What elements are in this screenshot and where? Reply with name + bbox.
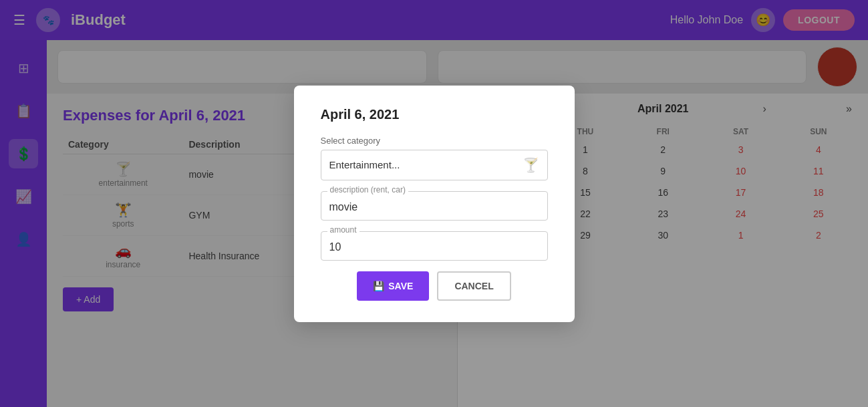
amount-field-wrapper: amount [321, 231, 548, 261]
save-icon: 💾 [373, 281, 384, 291]
selected-category-text: Entertainment... [329, 159, 400, 170]
description-label: description (rent, car) [327, 185, 408, 194]
select-category-label: Select category [321, 136, 548, 146]
amount-label: amount [327, 225, 359, 235]
cancel-button[interactable]: CANCEL [437, 271, 511, 301]
description-input[interactable] [321, 191, 548, 221]
save-label: SAVE [388, 281, 413, 291]
modal-title: April 6, 2021 [321, 107, 548, 122]
modal-overlay[interactable]: April 6, 2021 Select category Entertainm… [0, 0, 868, 407]
category-selector[interactable]: Entertainment... 🍸 [321, 150, 548, 180]
expense-edit-modal: April 6, 2021 Select category Entertainm… [294, 86, 575, 322]
amount-input[interactable] [321, 231, 548, 261]
save-button[interactable]: 💾 SAVE [357, 271, 429, 301]
description-field-wrapper: description (rent, car) [321, 191, 548, 221]
modal-actions: 💾 SAVE CANCEL [321, 271, 548, 301]
category-martini-icon: 🍸 [523, 157, 539, 173]
